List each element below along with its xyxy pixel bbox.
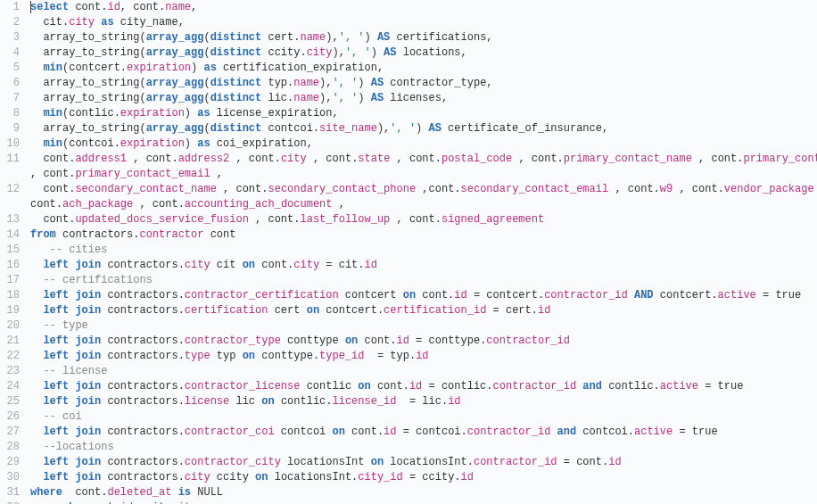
token-cmt: -- license [43, 365, 107, 377]
token-id [30, 456, 43, 468]
code-line[interactable]: left join contractors.contractor_coi con… [30, 425, 817, 440]
code-line[interactable]: left join contractors.city ccity on loca… [30, 470, 817, 485]
token-prop: address2 [178, 153, 230, 165]
code-line[interactable]: from contractors.contractor cont [30, 227, 817, 243]
token-punc: . [120, 62, 127, 74]
code-line[interactable]: left join contractors.contractor_type co… [30, 334, 817, 349]
code-line[interactable]: --locations [30, 440, 817, 455]
token-id: cont [62, 486, 101, 499]
code-line[interactable]: left join contractors.city cit on cont.c… [30, 258, 817, 273]
token-punc: ( [203, 122, 210, 135]
code-editor[interactable]: 1234567891011121314151617181920212223242… [0, 0, 817, 504]
code-line[interactable]: left join contractors.type typ on contty… [30, 349, 817, 364]
code-line[interactable]: -- certifications [30, 273, 817, 288]
code-line[interactable]: left join contractors.contractor_license… [30, 379, 817, 394]
token-punc: . [178, 471, 185, 483]
code-line[interactable]: cont.ach_package , cont.accounting_ach_d… [30, 197, 817, 212]
token-str: ', ' [332, 92, 358, 104]
token-punc: ), [377, 122, 390, 135]
token-id: locationsInt [268, 471, 351, 483]
token-prop: name [293, 92, 319, 104]
line-number: 21 [0, 334, 20, 349]
code-line[interactable]: cit.city as city_name, [30, 15, 817, 30]
token-id: array_to_string( [30, 92, 146, 104]
token-prop: site_name [319, 122, 377, 135]
token-id: licenses, [384, 92, 448, 104]
token-id: contractors [101, 471, 177, 483]
code-line[interactable]: left join contractors.certification cert… [30, 303, 817, 318]
code-area[interactable]: select cont.id, cont.name, cit.city as c… [27, 0, 817, 504]
code-line[interactable]: left join contractors.contractor_certifi… [30, 288, 817, 303]
code-line[interactable]: cont.updated_docs_service_fusion , cont.… [30, 212, 817, 227]
line-number: 20 [0, 318, 20, 334]
code-line[interactable]: cont.address1 , cont.address2 , cont.cit… [30, 152, 817, 167]
code-line[interactable]: array_to_string(array_agg(distinct lic.n… [30, 91, 817, 106]
token-punc: ), [319, 92, 332, 104]
token-punc: . [711, 289, 717, 302]
token-id: array_to_string( [30, 77, 146, 89]
token-cmt: -- cities [50, 244, 108, 256]
code-line[interactable]: cont.secondary_contact_name , cont.secon… [30, 182, 817, 197]
token-punc: (contcert [62, 62, 120, 74]
code-line[interactable]: min(contcoi.expiration) as coi_expiratio… [30, 136, 817, 152]
token-prop: contractor_city [185, 456, 281, 468]
token-id: cit [210, 259, 243, 271]
token-id: contcert [654, 289, 712, 302]
code-line[interactable]: array_to_string(array_agg(distinct contc… [30, 121, 817, 136]
token-kw: distinct [210, 31, 262, 44]
code-line[interactable]: left join contractors.license lic on con… [30, 394, 817, 409]
code-line[interactable]: array_to_string(array_agg(distinct cert.… [30, 30, 817, 45]
token-id [550, 426, 557, 438]
token-id: ccity [210, 471, 255, 483]
code-line[interactable]: -- type [30, 318, 817, 334]
token-kw: left join [43, 304, 101, 317]
code-line[interactable]: -- license [30, 364, 817, 379]
line-number: 28 [0, 440, 20, 455]
token-id: array_to_string( [30, 122, 146, 135]
code-line[interactable]: min(contlic.expiration) as license_expir… [30, 106, 817, 121]
token-punc: . [435, 153, 442, 165]
token-prop: name [293, 77, 319, 89]
token-prop: contractor_id [544, 289, 628, 302]
code-line[interactable]: left join contractors.contractor_city lo… [30, 455, 817, 470]
token-punc: . [454, 471, 460, 483]
token-id: , cont [512, 153, 557, 165]
token-prop: secondary_contact_name [75, 183, 216, 195]
token-kw: distinct [210, 92, 262, 104]
code-line[interactable]: array_to_string(array_agg(distinct typ.n… [30, 76, 817, 91]
token-id: coi_expiration, [210, 137, 313, 150]
token-id: , cont [390, 153, 434, 165]
token-id: cert [261, 31, 293, 44]
token-id: = ccity [403, 471, 455, 483]
token-punc: . [178, 335, 185, 347]
token-prop: updated_docs_service_fusion [75, 213, 248, 226]
token-prop: type_id [319, 350, 364, 362]
token-kw: AS [371, 92, 384, 104]
token-id: = conttype [409, 335, 480, 347]
code-line[interactable]: select cont.id, cont.name, [30, 0, 817, 15]
token-id: contractors [101, 335, 177, 347]
token-kw: on [345, 335, 358, 347]
code-line[interactable]: -- cities [30, 243, 817, 258]
token-prop: type [185, 350, 210, 362]
code-line[interactable]: where cont.deleted_at is NULL [30, 485, 817, 500]
line-number: 14 [0, 227, 20, 243]
token-id: typ [210, 350, 243, 362]
code-line[interactable]: , cont.primary_contact_email , [30, 167, 817, 182]
code-line[interactable]: min(contcert.expiration) as certificatio… [30, 61, 817, 76]
token-fn: array_agg [146, 92, 204, 104]
token-id: = cert [486, 304, 531, 317]
line-number: 18 [0, 288, 20, 303]
code-line[interactable]: group by cont.id, cit.city [30, 500, 817, 504]
code-line[interactable]: array_to_string(array_agg(distinct ccity… [30, 45, 817, 61]
token-punc: , [191, 1, 197, 13]
token-kw: left join [43, 289, 101, 302]
token-kw: left join [43, 335, 101, 347]
line-number: 11 [0, 152, 20, 167]
token-prop: id [384, 426, 396, 438]
token-id [30, 426, 43, 438]
code-line[interactable]: -- coi [30, 409, 817, 425]
token-punc: . [114, 107, 120, 120]
token-id: contcert [319, 304, 377, 317]
token-kw: as [197, 107, 210, 120]
